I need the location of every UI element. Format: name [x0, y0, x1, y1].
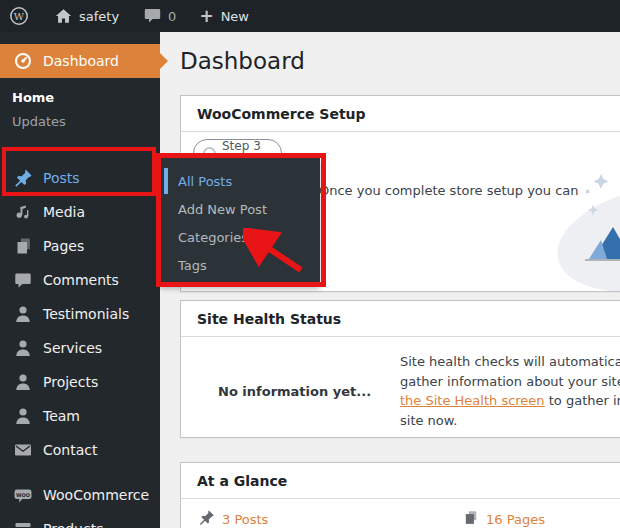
sidebar-item-label: WooCommerce — [43, 487, 149, 503]
wordpress-logo-icon: W — [9, 6, 29, 26]
sidebar-item-label: Projects — [43, 374, 98, 390]
sidebar-item-team[interactable]: Team — [0, 399, 160, 433]
admin-bar: W safety 0 + New — [0, 0, 620, 32]
site-health-status-label: No information yet... — [218, 384, 371, 399]
comments-count: 0 — [168, 9, 176, 24]
dashboard-submenu: Home Updates — [0, 78, 160, 133]
sidebar-item-comments[interactable]: Comments — [0, 263, 160, 297]
at-a-glance-panel: At a Glance 3 Posts 16 Pages — [180, 462, 620, 528]
person-icon — [13, 304, 33, 324]
at-a-glance-row: 3 Posts 16 Pages — [181, 509, 620, 528]
menu-separator — [0, 467, 160, 478]
site-health-text-after-link: to gather information about your — [545, 393, 620, 408]
comments-bubble-icon — [144, 8, 161, 24]
site-health-text-line: Site health checks will automatically ru… — [400, 352, 620, 372]
person-icon — [13, 338, 33, 358]
current-item-arrow — [160, 53, 168, 69]
dashboard-gauge-icon — [13, 51, 33, 71]
sidebar-item-label: Comments — [43, 272, 119, 288]
sidebar-subitem-updates[interactable]: Updates — [0, 109, 160, 133]
sidebar-item-contact[interactable]: Contact — [0, 433, 160, 467]
site-health-text-line: site now. — [400, 411, 620, 431]
sidebar-subitem-home[interactable]: Home — [0, 85, 160, 109]
posts-count-link[interactable]: 3 Posts — [222, 512, 268, 527]
admin-sidebar: Dashboard Home Updates Posts Media Pages — [0, 32, 160, 528]
posts-flyout-menu: All Posts Add New Post Categories Tags — [160, 158, 320, 286]
glance-pages: 16 Pages — [462, 509, 545, 528]
sidebar-item-label: Contact — [43, 442, 97, 458]
glance-posts: 3 Posts — [198, 509, 268, 528]
plus-icon: + — [199, 8, 213, 25]
media-icon — [13, 202, 33, 222]
flyout-item-categories[interactable]: Categories — [160, 223, 320, 251]
sidebar-item-label: Team — [43, 408, 80, 424]
site-health-panel: Site Health Status No information yet...… — [180, 300, 620, 438]
sidebar-item-label: Media — [43, 204, 85, 220]
home-icon — [55, 8, 72, 24]
sidebar-item-woocommerce[interactable]: WOO WooCommerce — [0, 478, 160, 512]
wp-logo-menu[interactable]: W — [0, 0, 38, 32]
sidebar-item-products[interactable]: Products — [0, 512, 160, 528]
page-title: Dashboard — [180, 48, 305, 74]
sidebar-item-projects[interactable]: Projects — [0, 365, 160, 399]
sidebar-item-services[interactable]: Services — [0, 331, 160, 365]
panel-title: WooCommerce Setup — [181, 96, 620, 132]
site-name: safety — [79, 9, 119, 24]
pages-icon — [13, 236, 33, 256]
flyout-item-label: Categories — [178, 230, 248, 245]
panel-title: At a Glance — [181, 463, 620, 499]
sidebar-item-pages[interactable]: Pages — [0, 229, 160, 263]
pages-icon — [462, 509, 479, 528]
sidebar-item-testimonials[interactable]: Testimonials — [0, 297, 160, 331]
site-health-description: Site health checks will automatically ru… — [400, 352, 620, 431]
site-health-screen-link[interactable]: the Site Health screen — [400, 393, 545, 408]
pushpin-icon — [13, 168, 33, 188]
person-icon — [13, 406, 33, 426]
pages-count-link[interactable]: 16 Pages — [486, 512, 545, 527]
sidebar-item-label: Dashboard — [43, 53, 119, 69]
store-setup-illustration — [549, 161, 620, 294]
site-health-text-line: the Site Health screen to gather informa… — [400, 391, 620, 411]
panel-title: Site Health Status — [181, 301, 620, 337]
sidebar-item-posts[interactable]: Posts — [0, 161, 160, 195]
flyout-item-all-posts[interactable]: All Posts — [160, 167, 320, 195]
sidebar-item-label: Posts — [43, 170, 80, 186]
envelope-icon — [13, 440, 33, 460]
product-box-icon — [13, 519, 33, 528]
site-health-text-line: gather information about your site. You … — [400, 372, 620, 392]
flyout-item-label: All Posts — [178, 174, 232, 189]
flyout-arrow-icon — [152, 168, 160, 186]
pushpin-icon — [198, 509, 215, 528]
sidebar-item-label: Services — [43, 340, 102, 356]
comments-menu[interactable]: 0 — [135, 0, 185, 32]
active-item-bar — [164, 168, 168, 194]
svg-text:WOO: WOO — [16, 492, 30, 498]
setup-body-text: Once you complete store setup you can — [319, 183, 579, 198]
sidebar-item-dashboard[interactable]: Dashboard — [0, 44, 160, 78]
svg-text:W: W — [14, 11, 25, 22]
flyout-item-add-new-post[interactable]: Add New Post — [160, 195, 320, 223]
sidebar-item-label: Pages — [43, 238, 84, 254]
wordpress-admin-screen: W safety 0 + New Dashboard — [0, 0, 620, 528]
flyout-item-label: Add New Post — [178, 202, 267, 217]
flyout-item-label: Tags — [178, 258, 207, 273]
new-content-menu[interactable]: + New — [190, 0, 258, 32]
new-label: New — [221, 9, 249, 24]
sidebar-item-media[interactable]: Media — [0, 195, 160, 229]
person-icon — [13, 372, 33, 392]
flyout-item-tags[interactable]: Tags — [160, 251, 320, 279]
comment-bubble-icon — [13, 270, 33, 290]
woocommerce-icon: WOO — [13, 485, 33, 505]
site-name-menu[interactable]: safety — [46, 0, 128, 32]
sidebar-item-label: Products — [43, 521, 103, 528]
sidebar-item-label: Testimonials — [43, 306, 129, 322]
